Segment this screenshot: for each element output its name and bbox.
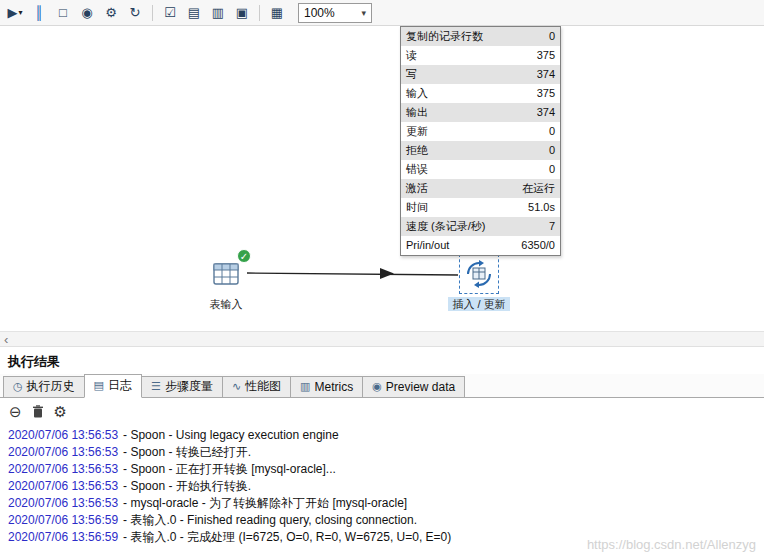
replay-icon: ↻ [130, 5, 141, 20]
step-label: 插入 / 更新 [441, 297, 517, 312]
database-icon: ▣ [236, 5, 248, 20]
performance-graph-icon: ∿ [232, 380, 241, 393]
pause-button[interactable]: ║ [28, 3, 50, 23]
stop-icon: □ [59, 5, 67, 20]
replay-button[interactable]: ↻ [124, 3, 146, 23]
log-line: 2020/07/06 13:56:53- mysql-oracle - 为了转换… [8, 495, 764, 512]
tab-performance-graph[interactable]: ∿ 性能图 [222, 376, 291, 397]
step-insert-update[interactable]: 插入 / 更新 [441, 254, 517, 312]
step-label: 表输入 [188, 297, 264, 312]
clear-log-button[interactable]: ⊖ [9, 404, 22, 419]
tab-metrics[interactable]: ▥ Metrics [290, 376, 363, 397]
step-success-badge: ✓ [237, 249, 251, 263]
history-icon: ◷ [13, 380, 23, 393]
pause-icon: ║ [34, 5, 43, 20]
tab-execution-history[interactable]: ◷ 执行历史 [3, 376, 85, 397]
log-settings-button[interactable]: ⚙ [54, 404, 67, 419]
gear-icon: ⚙ [54, 404, 67, 419]
step-metrics-tooltip: 复制的记录行数0 读375 写374 输入375 输出374 更新0 拒绝0 错… [400, 26, 561, 256]
step-table-input[interactable]: ✓ 表输入 [188, 254, 264, 312]
log-toolbar: ⊖ ⚙ [0, 398, 764, 424]
run-dropdown-caret-icon: ▾ [18, 8, 22, 17]
zoom-dropdown-caret-icon: ▾ [361, 8, 366, 18]
metric-row: 写374 [401, 65, 560, 84]
run-button[interactable]: ▶ ▾ [4, 3, 26, 23]
spoon-window: ▶ ▾ ║ □ ◉ ⚙ ↻ ☑ ▤ ▥ ▣ ▦ [0, 0, 764, 546]
log-line: 2020/07/06 13:56:53- Spoon - 转换已经打开. [8, 444, 764, 461]
metric-row: 复制的记录行数0 [401, 27, 560, 46]
metric-row: Pri/in/out6350/0 [401, 236, 560, 255]
verify-icon: ☑ [164, 5, 176, 20]
metrics-icon: ▥ [300, 380, 310, 393]
preview-icon: ◉ [81, 5, 92, 20]
minus-circle-icon: ⊖ [9, 404, 22, 419]
results-panel-title: 执行结果 [0, 346, 764, 374]
run-icon: ▶ [7, 5, 17, 20]
metric-row: 输出374 [401, 103, 560, 122]
insert-update-icon [464, 259, 494, 289]
log-line: 2020/07/06 13:56:59- 表输入.0 - Finished re… [8, 512, 764, 529]
toolbar-separator [259, 5, 260, 21]
debug-button[interactable]: ⚙ [100, 3, 122, 23]
explore-database-button[interactable]: ▣ [231, 3, 253, 23]
debug-icon: ⚙ [105, 5, 117, 20]
metric-row: 速度 (条记录/秒)7 [401, 217, 560, 236]
canvas-hscrollbar[interactable]: ‹ [0, 331, 764, 346]
generate-sql-button[interactable]: ▥ [207, 3, 229, 23]
trash-icon [32, 405, 44, 418]
impact-analysis-button[interactable]: ▤ [183, 3, 205, 23]
hop-arrow[interactable] [0, 26, 764, 331]
delete-log-button[interactable] [32, 405, 44, 418]
verify-transformation-button[interactable]: ☑ [159, 3, 181, 23]
log-line: 2020/07/06 13:56:59- 表输入.0 - 完成处理 (I=672… [8, 529, 764, 546]
metric-row: 错误0 [401, 160, 560, 179]
main-toolbar: ▶ ▾ ║ □ ◉ ⚙ ↻ ☑ ▤ ▥ ▣ ▦ [0, 0, 764, 26]
preview-data-icon: ◉ [372, 380, 382, 393]
table-input-icon [210, 258, 242, 290]
results-tab-bar: ◷ 执行历史 ▤ 日志 ☰ 步骤度量 ∿ 性能图 ▥ Metrics ◉ Pre… [0, 374, 764, 398]
impact-icon: ▤ [188, 5, 200, 20]
stop-button[interactable]: □ [52, 3, 74, 23]
tab-step-metrics[interactable]: ☰ 步骤度量 [141, 376, 223, 397]
metric-row: 读375 [401, 46, 560, 65]
log-output[interactable]: 2020/07/06 13:56:53- Spoon - Using legac… [0, 424, 764, 546]
log-line: 2020/07/06 13:56:53- Spoon - Using legac… [8, 427, 764, 444]
toolbar-separator [152, 5, 153, 21]
metric-row: 输入375 [401, 84, 560, 103]
tab-preview-data[interactable]: ◉ Preview data [362, 376, 465, 397]
preview-button[interactable]: ◉ [76, 3, 98, 23]
log-line: 2020/07/06 13:56:53- Spoon - 正在打开转换 [mys… [8, 461, 764, 478]
tab-log[interactable]: ▤ 日志 [84, 374, 142, 398]
scroll-left-icon[interactable]: ‹ [4, 332, 8, 347]
transformation-canvas[interactable]: ✓ 表输入 插入 / 更新 复制的记录行数0 读375 [0, 26, 764, 331]
step-metrics-icon: ☰ [151, 380, 161, 393]
zoom-value: 100% [304, 6, 335, 20]
execution-results-panel: 执行结果 ◷ 执行历史 ▤ 日志 ☰ 步骤度量 ∿ 性能图 ▥ Metrics [0, 346, 764, 546]
log-icon: ▤ [94, 379, 104, 392]
show-results-button[interactable]: ▦ [266, 3, 288, 23]
zoom-select[interactable]: 100% ▾ [298, 3, 372, 23]
metric-row: 时间51.0s [401, 198, 560, 217]
sql-icon: ▥ [212, 5, 224, 20]
metric-row: 拒绝0 [401, 141, 560, 160]
show-results-icon: ▦ [271, 5, 283, 20]
log-line: 2020/07/06 13:56:53- Spoon - 开始执行转换. [8, 478, 764, 495]
metric-row: 激活在运行 [401, 179, 560, 198]
metric-row: 更新0 [401, 122, 560, 141]
